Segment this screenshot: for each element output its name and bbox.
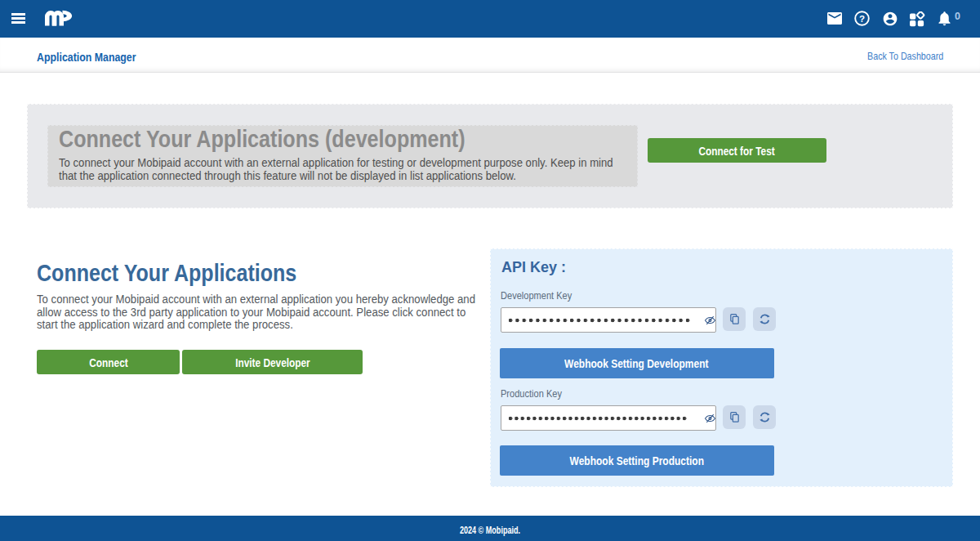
svg-text:?: ? xyxy=(859,14,865,24)
